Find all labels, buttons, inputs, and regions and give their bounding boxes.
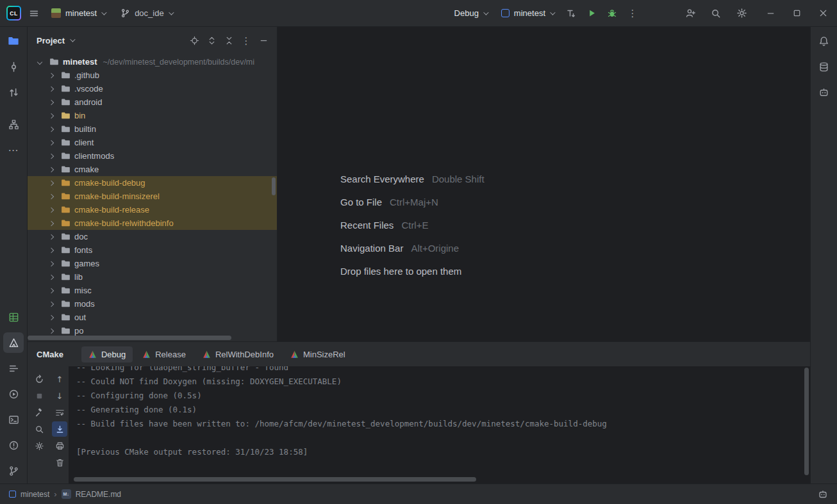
hide-panel-button[interactable] bbox=[255, 32, 272, 49]
find-button[interactable] bbox=[31, 421, 47, 437]
table-tool-button[interactable] bbox=[3, 307, 24, 327]
cmake-tool-button[interactable] bbox=[3, 332, 24, 353]
tree-row-out[interactable]: out bbox=[28, 311, 277, 324]
commit-tool-button[interactable] bbox=[3, 56, 24, 77]
tree-row-builtin[interactable]: builtin bbox=[28, 122, 277, 136]
cmake-settings-button[interactable] bbox=[31, 405, 47, 420]
tree-row-cmake[interactable]: cmake bbox=[28, 163, 277, 176]
structure-tool-button[interactable] bbox=[3, 114, 24, 134]
tree-row-cmake-build-debug[interactable]: cmake-build-debug bbox=[28, 176, 277, 190]
editor-area[interactable]: Search EverywhereDouble ShiftGo to FileC… bbox=[278, 27, 810, 341]
profiler-button[interactable] bbox=[562, 4, 580, 22]
chevron-right-icon[interactable] bbox=[49, 207, 54, 212]
chevron-right-icon[interactable] bbox=[49, 234, 54, 239]
debug-button[interactable] bbox=[603, 4, 621, 22]
code-with-me-button[interactable] bbox=[681, 4, 699, 22]
run-configuration-selector[interactable]: minetest bbox=[495, 5, 559, 21]
chevron-right-icon[interactable] bbox=[49, 180, 54, 185]
branch-selector[interactable]: doc_ide bbox=[115, 5, 178, 21]
project-tree-vertical-scrollbar[interactable] bbox=[272, 177, 276, 195]
chevron-right-icon[interactable] bbox=[49, 113, 54, 118]
terminal-tool-button[interactable] bbox=[3, 409, 24, 430]
select-opened-file-button[interactable] bbox=[186, 32, 203, 49]
run-button[interactable] bbox=[583, 4, 601, 22]
console-settings-button[interactable] bbox=[31, 438, 47, 453]
services-tool-button[interactable] bbox=[3, 384, 24, 404]
chevron-right-icon[interactable] bbox=[49, 126, 54, 131]
console-vertical-scrollbar[interactable] bbox=[804, 368, 809, 475]
console-horizontal-scrollbar[interactable] bbox=[74, 477, 476, 482]
tree-row-mods[interactable]: mods bbox=[28, 297, 277, 311]
chevron-down-icon[interactable] bbox=[37, 59, 42, 64]
chevron-right-icon[interactable] bbox=[49, 153, 54, 158]
tree-row-clientmods[interactable]: clientmods bbox=[28, 149, 277, 163]
problems-tool-button[interactable] bbox=[3, 435, 24, 455]
git-tool-button[interactable] bbox=[3, 460, 24, 481]
tree-row-cmake-build-relwithdebinfo[interactable]: cmake-build-relwithdebinfo bbox=[28, 216, 277, 230]
cmake-tab-release[interactable]: Release bbox=[135, 346, 193, 362]
cmake-console[interactable]: -- Looking for luaopen_string_buffer - f… bbox=[69, 366, 810, 484]
tree-row-misc[interactable]: misc bbox=[28, 284, 277, 297]
settings-button[interactable] bbox=[733, 4, 750, 22]
clear-all-button[interactable] bbox=[52, 455, 67, 470]
maximize-button[interactable] bbox=[792, 8, 802, 18]
project-panel-title-button[interactable]: Project bbox=[37, 36, 74, 45]
chevron-right-icon[interactable] bbox=[49, 72, 54, 77]
chevron-right-icon[interactable] bbox=[49, 193, 54, 199]
chevron-right-icon[interactable] bbox=[49, 86, 54, 91]
todo-tool-button[interactable] bbox=[3, 358, 24, 378]
tree-row-games[interactable]: games bbox=[28, 257, 277, 270]
more-tool-windows-button[interactable]: ⋯ bbox=[3, 140, 24, 160]
chevron-right-icon[interactable] bbox=[49, 314, 54, 320]
chevron-right-icon[interactable] bbox=[49, 288, 54, 293]
project-panel-more-button[interactable]: ⋮ bbox=[238, 32, 254, 49]
main-menu-button[interactable] bbox=[25, 4, 43, 22]
project-tool-button[interactable] bbox=[3, 31, 24, 51]
ai-assistant-status-button[interactable] bbox=[818, 489, 828, 500]
tree-row-doc[interactable]: doc bbox=[28, 230, 277, 243]
soft-wrap-button[interactable] bbox=[52, 405, 67, 420]
tree-row-lib[interactable]: lib bbox=[28, 270, 277, 284]
tree-row-minetest[interactable]: minetest~/dev/minetest_development/build… bbox=[28, 55, 277, 69]
project-tree-horizontal-scrollbar[interactable] bbox=[28, 336, 231, 340]
tree-row-cmake-build-minsizerel[interactable]: cmake-build-minsizerel bbox=[28, 190, 277, 203]
chevron-right-icon[interactable] bbox=[49, 140, 54, 145]
chevron-right-icon[interactable] bbox=[49, 220, 54, 225]
project-selector[interactable]: minetest bbox=[46, 5, 111, 21]
tree-row-bin[interactable]: bin bbox=[28, 109, 277, 122]
collapse-all-button[interactable] bbox=[220, 32, 237, 49]
cmake-tab-minsizerel[interactable]: MinSizeRel bbox=[283, 346, 352, 362]
tree-row-android[interactable]: android bbox=[28, 95, 277, 109]
search-everywhere-button[interactable] bbox=[707, 4, 725, 22]
print-button[interactable] bbox=[52, 438, 67, 453]
breadcrumb-file[interactable]: README.md bbox=[76, 490, 121, 499]
chevron-right-icon[interactable] bbox=[49, 99, 54, 104]
more-actions-button[interactable]: ⋮ bbox=[624, 4, 642, 22]
cmake-tab-relwithdebinfo[interactable]: RelWithDebInfo bbox=[195, 346, 281, 362]
chevron-right-icon[interactable] bbox=[49, 247, 54, 252]
scroll-down-button[interactable]: ↓ bbox=[52, 388, 67, 403]
notifications-button[interactable] bbox=[814, 31, 834, 51]
chevron-right-icon[interactable] bbox=[49, 328, 54, 333]
run-mode-selector[interactable]: Debug bbox=[449, 5, 493, 21]
tree-row-cmake-build-release[interactable]: cmake-build-release bbox=[28, 203, 277, 216]
ai-assistant-button[interactable] bbox=[814, 82, 834, 102]
scroll-to-end-button[interactable] bbox=[52, 421, 67, 437]
pull-requests-tool-button[interactable] bbox=[3, 82, 24, 102]
tree-row-.github[interactable]: .github bbox=[28, 69, 277, 82]
chevron-right-icon[interactable] bbox=[49, 261, 54, 266]
tree-row-.vscode[interactable]: .vscode bbox=[28, 82, 277, 95]
expand-all-button[interactable] bbox=[203, 32, 220, 49]
cmake-tab-debug[interactable]: Debug bbox=[81, 346, 133, 362]
chevron-right-icon[interactable] bbox=[49, 274, 54, 279]
scroll-up-button[interactable]: ↑ bbox=[52, 371, 67, 387]
tree-row-client[interactable]: client bbox=[28, 136, 277, 149]
breadcrumb-project[interactable]: minetest bbox=[21, 490, 49, 499]
chevron-right-icon[interactable] bbox=[49, 167, 54, 172]
reload-cmake-button[interactable] bbox=[31, 371, 47, 387]
chevron-right-icon[interactable] bbox=[49, 301, 54, 306]
close-button[interactable] bbox=[818, 8, 828, 18]
tree-row-fonts[interactable]: fonts bbox=[28, 243, 277, 257]
database-tool-button[interactable] bbox=[814, 56, 834, 77]
minimize-button[interactable] bbox=[766, 8, 775, 18]
